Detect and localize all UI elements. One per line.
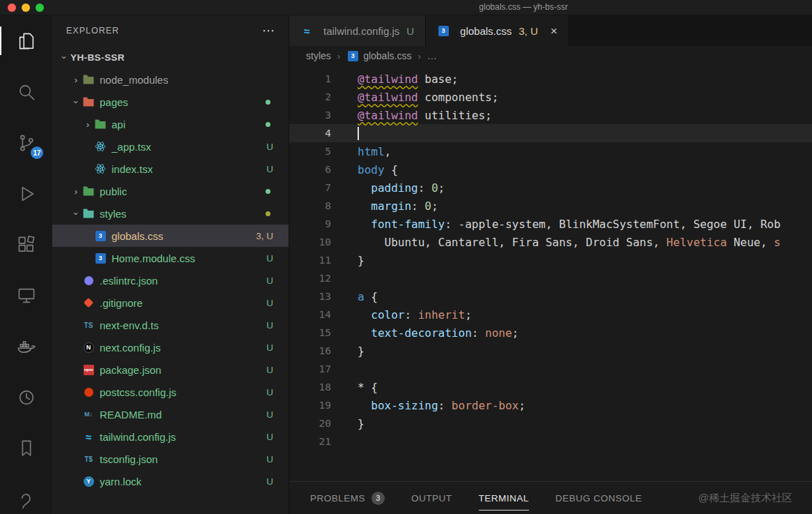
line-text: padding: 0; [331, 181, 445, 195]
tree-item-pages[interactable]: ›pages [52, 91, 289, 113]
search-icon[interactable] [0, 66, 52, 117]
tree-item-yarn.lock[interactable]: Yyarn.lockU [52, 470, 289, 492]
panel-tab-debug-console[interactable]: DEBUG CONSOLE [556, 482, 642, 514]
tab-globals.css[interactable]: 3globals.css3, U× [426, 15, 569, 46]
tree-item-globals.css[interactable]: 3globals.css3, U [52, 225, 289, 247]
run-debug-icon[interactable] [0, 168, 52, 219]
tree-item-label: .gitignore [100, 297, 143, 309]
folder-status-dot [266, 122, 270, 127]
code-line-3[interactable]: 3@tailwind utilities; [289, 106, 812, 124]
folder-styles-icon [82, 207, 95, 220]
vscode-window: globals.css — yh-bs-ssr 17 EXPLORER ⋯ ›Y… [0, 0, 812, 514]
chevron-right-icon: › [82, 119, 94, 130]
code-line-21[interactable]: 21 [289, 432, 812, 451]
css-icon: 3 [346, 50, 359, 62]
tree-item-api[interactable]: ›api [52, 113, 289, 135]
eslint-icon [82, 274, 95, 287]
tree-item-node_modules[interactable]: ›node_modules [52, 68, 289, 91]
tree-item-tailwind.config.js[interactable]: ≈tailwind.config.jsU [52, 425, 289, 448]
code-line-10[interactable]: 10 Ubuntu, Cantarell, Fira Sans, Droid S… [289, 233, 812, 251]
postcss-icon [82, 386, 95, 398]
tree-item-label: index.tsx [112, 163, 153, 175]
code-line-19[interactable]: 19 box-sizing: border-box; [289, 396, 812, 414]
tab-label: globals.css [460, 25, 512, 37]
line-text [331, 127, 358, 140]
tree-item-.gitignore[interactable]: .gitignoreU [52, 292, 289, 314]
panel-tab-terminal[interactable]: TERMINAL [479, 482, 529, 514]
line-number: 9 [289, 218, 331, 229]
code-line-7[interactable]: 7 padding: 0; [289, 179, 812, 197]
zoom-window-button[interactable] [36, 3, 44, 12]
code-line-11[interactable]: 11} [289, 251, 812, 269]
code-line-6[interactable]: 6body { [289, 160, 812, 179]
tree-item-label: next-env.d.ts [100, 319, 159, 331]
tree-item-.eslintrc.json[interactable]: .eslintrc.jsonU [52, 269, 289, 292]
code-line-2[interactable]: 2@tailwind components; [289, 88, 812, 106]
line-number: 18 [289, 381, 331, 393]
line-text: Ubuntu, Cantarell, Fira Sans, Droid Sans… [331, 236, 781, 249]
explorer-icon[interactable] [0, 15, 52, 66]
tree-item-next.config.js[interactable]: Nnext.config.jsU [52, 336, 289, 358]
code-editor[interactable]: 1@tailwind base;2@tailwind components;3@… [289, 66, 812, 481]
git-status-badge: U [266, 454, 273, 464]
tab-tailwind.config.js[interactable]: ≈tailwind.config.jsU [289, 15, 426, 46]
chevron-down-icon: › [71, 96, 82, 108]
history-icon[interactable] [0, 372, 52, 423]
bookmarks-icon[interactable] [0, 423, 52, 474]
extensions-icon[interactable] [0, 219, 52, 270]
line-text: * { [331, 381, 378, 394]
breadcrumb-item[interactable]: 3globals.css [346, 50, 411, 62]
line-number: 12 [289, 273, 331, 284]
tree-item-postcss.config.js[interactable]: postcss.config.jsU [52, 381, 289, 403]
tree-item-index.tsx[interactable]: index.tsxU [52, 158, 289, 180]
breadcrumb-item[interactable]: … [427, 50, 437, 61]
docker-icon[interactable] [0, 321, 52, 372]
code-line-14[interactable]: 14 color: inherit; [289, 305, 812, 324]
react-icon [94, 162, 107, 175]
tree-item-README.md[interactable]: M↓README.mdU [52, 403, 289, 425]
explorer-sidebar: EXPLORER ⋯ ›YH-BS-SSR›node_modules›pages… [52, 15, 289, 514]
tree-item-public[interactable]: ›public [52, 180, 289, 202]
tree-item-next-env.d.ts[interactable]: TSnext-env.d.tsU [52, 314, 289, 336]
tsconfig-icon: T$ [82, 453, 95, 465]
code-line-9[interactable]: 9 font-family: -apple-system, BlinkMacSy… [289, 215, 812, 233]
close-icon[interactable]: × [551, 25, 558, 37]
breadcrumb: styles›3globals.css›… [289, 46, 812, 66]
tree-item-package.json[interactable]: npmpackage.jsonU [52, 358, 289, 381]
code-line-18[interactable]: 18* { [289, 378, 812, 396]
code-line-12[interactable]: 12 [289, 269, 812, 287]
breadcrumb-item[interactable]: styles [306, 50, 331, 61]
code-line-1[interactable]: 1@tailwind base; [289, 70, 812, 88]
source-control-icon[interactable]: 17 [0, 117, 52, 168]
chevron-down-icon: › [71, 207, 82, 220]
code-line-15[interactable]: 15 text-decoration: none; [289, 324, 812, 342]
folder-status-dot [266, 211, 270, 216]
code-line-17[interactable]: 17 [289, 360, 812, 378]
tailwind-icon: ≈ [300, 24, 313, 37]
close-window-button[interactable] [8, 3, 16, 12]
code-line-16[interactable]: 16} [289, 342, 812, 360]
panel-tab-output[interactable]: OUTPUT [411, 482, 452, 514]
remote-explorer-icon[interactable] [0, 270, 52, 321]
tree-item-label: node_modules [100, 74, 168, 86]
tree-item-styles[interactable]: ›styles [52, 202, 289, 225]
more-actions-icon[interactable]: ⋯ [262, 23, 276, 38]
code-line-13[interactable]: 13a { [289, 287, 812, 305]
panel-tab-problems[interactable]: PROBLEMS3 [310, 482, 385, 514]
tree-item-label: package.json [100, 364, 161, 376]
overflow-partial-icon[interactable] [0, 474, 52, 514]
tree-root[interactable]: ›YH-BS-SSR [52, 46, 289, 68]
code-line-20[interactable]: 20} [289, 414, 812, 432]
code-line-4[interactable]: 4 [289, 124, 812, 142]
chevron-right-icon: › [70, 186, 82, 197]
tree-item-tsconfig.json[interactable]: T$tsconfig.jsonU [52, 448, 289, 470]
tree-item-_app.tsx[interactable]: _app.tsxU [52, 135, 289, 158]
line-text: color: inherit; [331, 308, 472, 322]
code-line-5[interactable]: 5html, [289, 142, 812, 160]
tree-item-label: next.config.js [100, 342, 161, 354]
tree-item-label: globals.css [112, 230, 163, 242]
tree-item-Home.module.css[interactable]: 3Home.module.cssU [52, 247, 289, 269]
code-line-8[interactable]: 8 margin: 0; [289, 197, 812, 215]
line-number: 5 [289, 146, 331, 157]
minimize-window-button[interactable] [22, 3, 30, 12]
